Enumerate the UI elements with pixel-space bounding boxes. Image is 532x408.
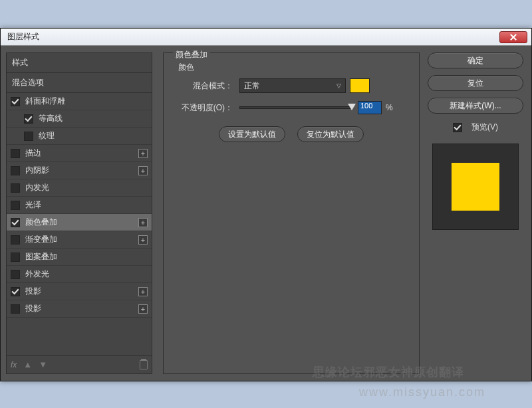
plus-icon[interactable]: +: [138, 304, 148, 314]
styles-header[interactable]: 样式: [7, 53, 152, 73]
style-row[interactable]: 外发光: [7, 266, 152, 283]
style-checkbox[interactable]: [11, 166, 20, 175]
style-row[interactable]: 等高线: [7, 110, 152, 128]
close-icon: [510, 34, 517, 41]
style-checkbox[interactable]: [24, 132, 33, 141]
close-button[interactable]: [499, 31, 527, 43]
plus-icon[interactable]: +: [138, 218, 148, 227]
style-checkbox[interactable]: [11, 149, 20, 158]
style-checkbox[interactable]: [11, 201, 20, 210]
watermark-text-2: www.missyuan.com: [359, 385, 485, 399]
plus-icon[interactable]: +: [138, 149, 148, 158]
blend-options-row[interactable]: 混合选项: [7, 73, 152, 93]
window-title: 图层样式: [5, 31, 39, 43]
opacity-unit: %: [386, 103, 393, 112]
trash-icon[interactable]: [140, 360, 148, 369]
group-title: 颜色叠加: [173, 49, 210, 60]
style-label: 描边: [25, 148, 41, 159]
preview-box: [432, 144, 519, 230]
style-row[interactable]: 投影+: [7, 283, 152, 300]
cancel-button[interactable]: 复位: [428, 75, 523, 91]
titlebar[interactable]: 图层样式: [1, 29, 531, 46]
style-row[interactable]: 内发光: [7, 179, 152, 197]
color-sublabel: 颜色: [178, 62, 410, 73]
arrow-down-icon[interactable]: ▼: [39, 359, 47, 369]
style-checkbox[interactable]: [11, 287, 20, 296]
set-default-button[interactable]: 设置为默认值: [219, 126, 285, 142]
color-overlay-group: 颜色叠加 颜色 混合模式： 正常 ▽ 不透明度(O)： 100: [163, 52, 420, 374]
style-label: 投影: [25, 286, 41, 297]
watermark-text-1: 思缘论坛邪恶女神原创翻译: [313, 364, 464, 380]
opacity-input[interactable]: 100: [358, 101, 382, 114]
style-row[interactable]: 投影+: [7, 300, 152, 318]
new-style-button[interactable]: 新建样式(W)...: [428, 98, 523, 114]
style-row[interactable]: 纹理: [7, 128, 152, 145]
sidebar: 样式 混合选项 斜面和浮雕等高线纹理描边+内阴影+内发光光泽颜色叠加+渐变叠加+…: [1, 46, 158, 381]
style-label: 图案叠加: [25, 251, 57, 262]
right-panel: 确定 复位 新建样式(W)... 预览(V): [425, 46, 531, 381]
fx-label[interactable]: fx: [11, 360, 17, 369]
style-label: 斜面和浮雕: [25, 96, 65, 107]
style-row[interactable]: 颜色叠加+: [7, 214, 152, 231]
style-label: 光泽: [25, 199, 41, 211]
style-checkbox[interactable]: [11, 97, 20, 106]
style-label: 等高线: [39, 113, 63, 124]
blend-mode-value: 正常: [244, 80, 260, 92]
opacity-row: 不透明度(O)： 100 %: [173, 101, 410, 114]
arrow-up-icon[interactable]: ▲: [23, 359, 32, 369]
style-label: 纹理: [39, 130, 55, 142]
style-checkbox[interactable]: [11, 270, 20, 279]
opacity-slider[interactable]: [239, 106, 352, 109]
sidebar-footer: fx ▲ ▼: [7, 355, 152, 373]
blend-mode-select[interactable]: 正常 ▽: [239, 78, 346, 93]
style-row[interactable]: 图案叠加: [7, 249, 152, 266]
preview-label: 预览(V): [471, 122, 498, 133]
style-label: 内阴影: [25, 165, 49, 176]
style-checkbox[interactable]: [24, 114, 33, 124]
style-checkbox[interactable]: [11, 183, 20, 193]
preview-checkbox[interactable]: [453, 123, 462, 132]
style-checkbox[interactable]: [11, 253, 20, 262]
style-label: 投影: [25, 303, 41, 314]
chevron-down-icon: ▽: [336, 82, 341, 89]
plus-icon[interactable]: +: [138, 235, 148, 245]
plus-icon[interactable]: +: [138, 287, 148, 296]
reset-default-button[interactable]: 复位为默认值: [297, 126, 364, 142]
default-buttons-row: 设置为默认值 复位为默认值: [173, 126, 410, 142]
blend-mode-label: 混合模式：: [173, 80, 239, 92]
style-row[interactable]: 渐变叠加+: [7, 231, 152, 249]
center-panel: 颜色叠加 颜色 混合模式： 正常 ▽ 不透明度(O)： 100: [158, 46, 425, 381]
style-label: 内发光: [25, 182, 49, 193]
styles-panel: 样式 混合选项 斜面和浮雕等高线纹理描边+内阴影+内发光光泽颜色叠加+渐变叠加+…: [6, 52, 152, 374]
preview-row[interactable]: 预览(V): [428, 122, 523, 133]
style-checkbox[interactable]: [11, 218, 20, 227]
layer-style-dialog: 图层样式 样式 混合选项 斜面和浮雕等高线纹理描边+内阴影+内发光光泽颜色叠加+…: [0, 28, 532, 381]
color-swatch[interactable]: [350, 78, 370, 93]
style-label: 外发光: [25, 268, 49, 280]
style-label: 渐变叠加: [25, 234, 57, 245]
slider-thumb-icon[interactable]: [348, 104, 356, 110]
style-label: 颜色叠加: [25, 217, 57, 228]
style-checkbox[interactable]: [11, 235, 20, 245]
opacity-label: 不透明度(O)：: [173, 102, 239, 114]
style-row[interactable]: 描边+: [7, 145, 152, 162]
plus-icon[interactable]: +: [138, 166, 148, 175]
blend-mode-row: 混合模式： 正常 ▽: [173, 78, 410, 93]
style-row[interactable]: 斜面和浮雕: [7, 93, 152, 110]
style-row[interactable]: 内阴影+: [7, 162, 152, 179]
preview-square: [452, 163, 499, 211]
style-checkbox[interactable]: [11, 304, 20, 314]
style-row[interactable]: 光泽: [7, 197, 152, 214]
ok-button[interactable]: 确定: [428, 52, 523, 68]
dialog-body: 样式 混合选项 斜面和浮雕等高线纹理描边+内阴影+内发光光泽颜色叠加+渐变叠加+…: [1, 46, 531, 381]
style-list: 斜面和浮雕等高线纹理描边+内阴影+内发光光泽颜色叠加+渐变叠加+图案叠加外发光投…: [7, 93, 152, 355]
